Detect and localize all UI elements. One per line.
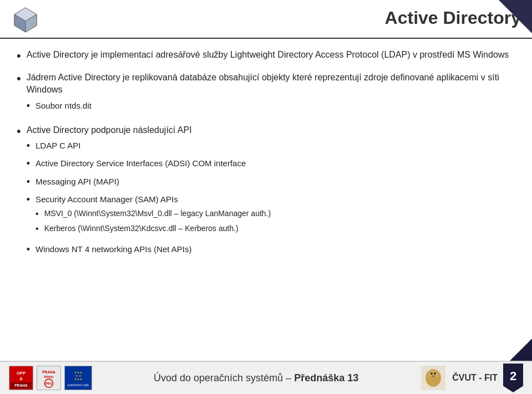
footer-center-text: Úvod do operačních systémů – Přednáška 1…	[92, 372, 420, 384]
svg-text:A: A	[19, 376, 23, 381]
svg-text:★ ★ ★: ★ ★ ★	[74, 371, 83, 374]
sub-list-3: LDAP C API Active Directory Service Inte…	[27, 140, 515, 257]
main-content: Active Directory je implementací adresář…	[0, 39, 532, 273]
svg-text:★ ★ ★: ★ ★ ★	[74, 378, 83, 381]
list-item-2-1: Soubor ntds.dit	[27, 100, 515, 113]
footer: OPP A PRAHA PRAHA PRAHU PRG ★ ★ ★	[0, 361, 532, 394]
list-item-1: Active Directory je implementací adresář…	[17, 49, 515, 65]
svg-text:PRAHA: PRAHA	[14, 383, 28, 387]
header-logo	[11, 6, 40, 34]
sub-sub-list-3-4: MSVI_0 (\Winnt\System32\Msvl_0.dll – leg…	[36, 208, 515, 236]
main-list: Active Directory je implementací adresář…	[17, 49, 515, 261]
footer-logos: OPP A PRAHA PRAHA PRAHU PRG ★ ★ ★	[9, 366, 92, 390]
header: Active Directory	[0, 0, 532, 39]
footer-logo-oppa: OPP A PRAHA	[9, 366, 33, 390]
footer-logo-eu: ★ ★ ★ ★ ★ ★ ★ ★ EVROPSKÁ UNIE	[64, 366, 92, 390]
list-item-3-1: LDAP C API	[27, 140, 515, 153]
svg-text:EVROPSKÁ UNIE: EVROPSKÁ UNIE	[67, 383, 89, 387]
svg-text:OPP: OPP	[17, 371, 26, 376]
svg-text:PRAHA: PRAHA	[42, 370, 55, 374]
list-item-3-2: Active Directory Service Interfaces (ADS…	[27, 157, 515, 171]
list-item-3-3: Messaging API (MAPI)	[27, 176, 515, 189]
svg-point-24	[430, 372, 433, 375]
cvut-logo-icon	[420, 366, 447, 390]
list-item-3: Active Directory podporuje následující A…	[17, 124, 515, 261]
list-item-2: Jádrem Active Directory je replikovaná d…	[17, 71, 515, 117]
footer-right: ČVUT - FIT 2	[420, 364, 523, 392]
svg-point-23	[429, 376, 438, 387]
cvut-label: ČVUT - FIT	[452, 373, 498, 383]
sub-list-2: Soubor ntds.dit	[27, 100, 515, 113]
list-item-3-4-2: Kerberos (\Winnt\System32\Kdcsvc.dll – K…	[36, 223, 515, 235]
list-item-3-4-1: MSVI_0 (\Winnt\System32\Msvl_0.dll – leg…	[36, 208, 515, 220]
svg-text:PRG: PRG	[45, 382, 53, 385]
svg-point-25	[434, 372, 436, 375]
svg-text:★   ★: ★ ★	[75, 375, 81, 377]
svg-text:PRAHU: PRAHU	[44, 376, 54, 378]
list-item-3-4: Security Account Manager (SAM) APIs MSVI…	[27, 193, 515, 239]
app-logo-icon	[11, 6, 40, 34]
list-item-3-5: Windows NT 4 networking APIs (Net APIs)	[27, 243, 515, 257]
page-number-badge: 2	[503, 364, 523, 392]
footer-logo-praha: PRAHA PRAHU PRG	[37, 366, 61, 390]
